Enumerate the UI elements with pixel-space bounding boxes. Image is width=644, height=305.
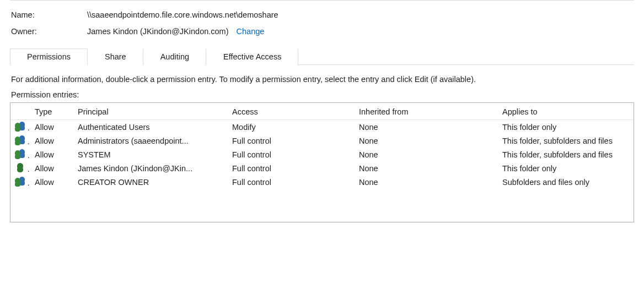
cell-applies: This folder, subfolders and files xyxy=(498,134,634,148)
table-row[interactable]: AllowCREATOR OWNERFull controlNoneSubfol… xyxy=(10,175,634,189)
cell-inherited: None xyxy=(355,148,498,161)
change-owner-link[interactable]: Change xyxy=(237,27,265,36)
col-inherited[interactable]: Inherited from xyxy=(355,105,498,120)
cell-inherited: None xyxy=(355,120,498,134)
users-icon xyxy=(15,135,27,144)
table-row[interactable]: AllowJames Kindon (JKindon@JKin...Full c… xyxy=(10,161,634,175)
table-row[interactable]: AllowAdministrators (saaeendpoint...Full… xyxy=(10,134,634,148)
cell-principal: SYSTEM xyxy=(73,148,228,161)
intro-text: For additional information, double-click… xyxy=(11,75,633,84)
cell-principal: Authenticated Users xyxy=(73,120,228,134)
users-icon xyxy=(15,149,27,158)
name-row: Name: \\saaeendpointdemo.file.core.windo… xyxy=(11,10,634,19)
col-principal[interactable]: Principal xyxy=(73,105,228,120)
owner-value: James Kindon (JKindon@JKindon.com) Chang… xyxy=(87,27,264,36)
col-type[interactable]: Type xyxy=(30,105,73,120)
cell-type: Allow xyxy=(30,120,73,134)
multi-user-icon xyxy=(10,120,30,134)
meta-block: Name: \\saaeendpointdemo.file.core.windo… xyxy=(10,10,634,36)
tab-effective-access[interactable]: Effective Access xyxy=(206,48,298,65)
owner-row: Owner: James Kindon (JKindon@JKindon.com… xyxy=(11,27,634,36)
cell-access: Full control xyxy=(228,148,355,161)
cell-access: Modify xyxy=(228,120,355,134)
cell-applies: This folder, subfolders and files xyxy=(498,148,634,161)
single-user-icon xyxy=(10,161,30,175)
tab-permissions[interactable]: Permissions xyxy=(10,48,88,65)
top-rule xyxy=(10,0,634,1)
cell-access: Full control xyxy=(228,134,355,148)
col-applies[interactable]: Applies to xyxy=(498,105,634,120)
table-row[interactable]: AllowSYSTEMFull controlNoneThis folder, … xyxy=(10,148,634,161)
name-label: Name: xyxy=(11,10,87,19)
cell-access: Full control xyxy=(228,161,355,175)
cell-principal: James Kindon (JKindon@JKin... xyxy=(73,161,228,175)
entries-box: Type Principal Access Inherited from App… xyxy=(10,102,634,222)
tab-auditing[interactable]: Auditing xyxy=(143,48,206,65)
col-access[interactable]: Access xyxy=(228,105,355,120)
owner-text: James Kindon (JKindon@JKindon.com) xyxy=(87,27,229,36)
cell-principal: CREATOR OWNER xyxy=(73,175,228,189)
table-row[interactable]: AllowAuthenticated UsersModifyNoneThis f… xyxy=(10,120,634,134)
tab-strip: Permissions Share Auditing Effective Acc… xyxy=(10,48,634,65)
cell-type: Allow xyxy=(30,148,73,161)
cell-inherited: None xyxy=(355,175,498,189)
cell-type: Allow xyxy=(30,175,73,189)
col-icon xyxy=(10,105,30,120)
cell-type: Allow xyxy=(30,134,73,148)
cell-inherited: None xyxy=(355,134,498,148)
cell-applies: This folder only xyxy=(498,161,634,175)
tab-share[interactable]: Share xyxy=(88,48,143,65)
cell-type: Allow xyxy=(30,161,73,175)
entries-table[interactable]: Type Principal Access Inherited from App… xyxy=(10,105,634,189)
user-icon xyxy=(15,163,27,172)
cell-applies: This folder only xyxy=(498,120,634,134)
name-value: \\saaeendpointdemo.file.core.windows.net… xyxy=(87,10,278,19)
multi-user-icon xyxy=(10,134,30,148)
cell-inherited: None xyxy=(355,161,498,175)
cell-principal: Administrators (saaeendpoint... xyxy=(73,134,228,148)
owner-label: Owner: xyxy=(11,27,87,36)
multi-user-icon xyxy=(10,148,30,161)
multi-user-icon xyxy=(10,175,30,189)
cell-applies: Subfolders and files only xyxy=(498,175,634,189)
users-icon xyxy=(15,122,27,130)
cell-access: Full control xyxy=(228,175,355,189)
table-header-row: Type Principal Access Inherited from App… xyxy=(10,105,634,120)
entries-label: Permission entries: xyxy=(11,90,633,99)
users-icon xyxy=(15,177,27,186)
